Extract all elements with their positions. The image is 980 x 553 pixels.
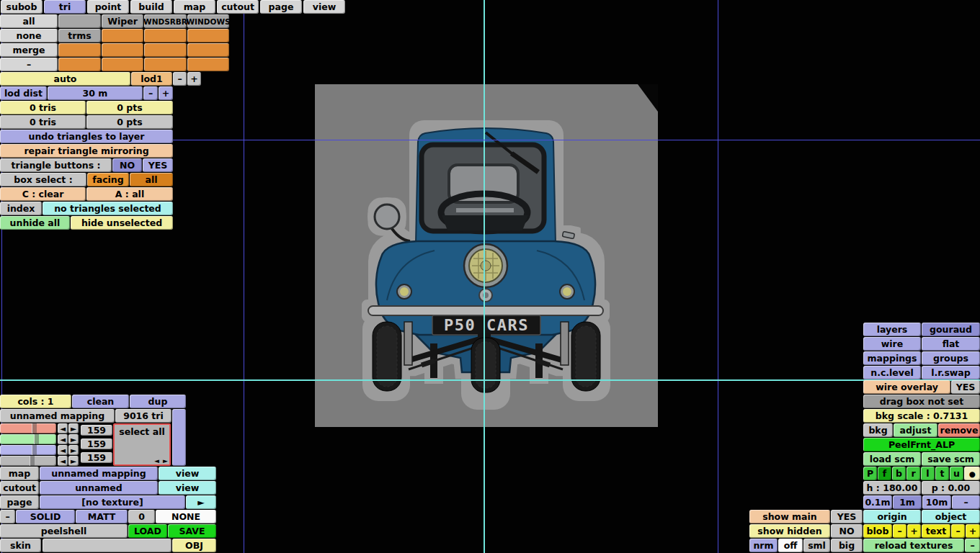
show-hidden-toggle[interactable]: show hidden (749, 524, 830, 538)
blob-minus-button[interactable]: – (893, 524, 906, 538)
subob-cell[interactable] (144, 58, 187, 71)
hide-unselected-button[interactable]: hide unselected (71, 216, 173, 230)
slider-handle[interactable] (30, 456, 35, 466)
green-increment-button[interactable]: ► (68, 434, 79, 444)
wire-overlay-value[interactable]: YES (951, 380, 980, 394)
subob-trms-button[interactable]: trms (58, 29, 101, 42)
view-key-p-button[interactable]: P (863, 467, 877, 480)
cutout-value[interactable]: unnamed (40, 481, 158, 495)
gray-decrement-button[interactable]: ◄ (58, 456, 68, 466)
load-button[interactable]: LOAD (128, 524, 167, 538)
object-button[interactable]: object (922, 510, 980, 523)
triangle-buttons-yes[interactable]: YES (143, 158, 173, 172)
green-decrement-button[interactable]: ◄ (58, 434, 68, 444)
map-label[interactable]: map (0, 467, 39, 480)
save-scm-button[interactable]: save scm (922, 452, 980, 466)
dup-button[interactable]: dup (130, 395, 186, 408)
step-10m-button[interactable]: 10m (922, 495, 951, 509)
subob-col-wndsrbr[interactable]: WNDSRBR (144, 14, 187, 28)
wire-overlay-toggle[interactable]: wire overlay (863, 380, 950, 394)
lod-auto-button[interactable]: auto (0, 72, 130, 86)
view-key-b-button[interactable]: b (892, 467, 906, 480)
menu-item-point[interactable]: point (87, 0, 129, 14)
index-button[interactable]: index (0, 202, 42, 215)
map-value[interactable]: unnamed mapping (40, 467, 158, 480)
step-0-1m-button[interactable]: 0.1m (863, 495, 892, 509)
subob-cell[interactable] (187, 58, 229, 71)
lod-level-button[interactable]: lod1 (131, 72, 172, 86)
subob-col-windows[interactable]: WINDOWS (187, 14, 229, 28)
lod-dist-value[interactable]: 30 m (48, 86, 143, 100)
material-index[interactable]: 0 (128, 510, 155, 523)
step-minus-button[interactable]: – (952, 495, 980, 509)
select-all-prev-button[interactable]: ◄ (153, 457, 161, 464)
subob-cell[interactable] (58, 58, 101, 71)
text-button[interactable]: text (922, 524, 950, 538)
viewport[interactable]: P50 CARS (315, 84, 658, 427)
show-main-toggle[interactable]: show main (749, 510, 830, 523)
red-decrement-button[interactable]: ◄ (58, 423, 68, 433)
menu-item-map[interactable]: map (174, 0, 215, 14)
material-minus-button[interactable]: – (0, 510, 15, 523)
menu-item-subob[interactable]: subob (1, 0, 43, 14)
view-key-r-button[interactable]: r (906, 467, 920, 480)
undo-triangles-button[interactable]: undo triangles to layer (0, 130, 173, 143)
menu-item-page[interactable]: page (260, 0, 302, 14)
cols-button[interactable]: cols : 1 (0, 395, 71, 408)
box-select-all[interactable]: all (130, 173, 173, 186)
subob-blank-cell[interactable] (58, 14, 101, 28)
subob-cell[interactable] (144, 29, 187, 42)
mapping-name[interactable]: unnamed mapping (0, 409, 115, 423)
subob-cell[interactable] (102, 29, 143, 42)
reload-textures-button[interactable]: reload textures (863, 539, 964, 552)
view-key-t-button[interactable]: t (935, 467, 949, 480)
menu-item-tri-active[interactable]: tri (44, 0, 86, 14)
mappings-button[interactable]: mappings (863, 351, 921, 365)
mapping-scroll-strip[interactable] (172, 409, 186, 466)
view-key-dot-button[interactable]: ● (964, 467, 980, 480)
save-button[interactable]: SAVE (168, 524, 216, 538)
subob-cell[interactable] (102, 58, 143, 71)
gray-increment-button[interactable]: ► (68, 456, 79, 466)
subob-merge-button[interactable]: merge (0, 43, 58, 57)
subob-cell[interactable] (187, 29, 229, 42)
lod-plus-button[interactable]: + (187, 72, 201, 86)
red-channel-slider[interactable] (0, 423, 56, 433)
blue-value[interactable]: 159 (81, 452, 112, 463)
menu-item-build[interactable]: build (130, 0, 172, 14)
slider-handle[interactable] (32, 445, 37, 455)
wire-button[interactable]: wire (863, 337, 921, 351)
view-key-l-button[interactable]: l (921, 467, 935, 480)
lod-dist-plus-button[interactable]: + (159, 86, 173, 100)
skin-button[interactable]: skin (0, 539, 41, 552)
show-main-value[interactable]: YES (831, 510, 863, 523)
view-key-u-button[interactable]: u (950, 467, 963, 480)
material-none[interactable]: NONE (156, 510, 216, 523)
shell-name-field[interactable]: peelshell (0, 524, 128, 538)
blue-decrement-button[interactable]: ◄ (58, 445, 68, 455)
page-next-button[interactable]: ► (186, 495, 216, 509)
matt-button[interactable]: MATT (76, 510, 128, 523)
gouraud-button[interactable]: gouraud (922, 323, 980, 336)
nrm-off-button[interactable]: off (778, 539, 803, 552)
skin-name-field[interactable] (43, 539, 172, 552)
reload-minus-button[interactable]: – (965, 539, 980, 552)
triangle-buttons-no[interactable]: NO (112, 158, 142, 172)
red-increment-button[interactable]: ► (68, 423, 79, 433)
box-select-facing[interactable]: facing (87, 173, 129, 186)
text-minus-button[interactable]: – (951, 524, 965, 538)
nrm-button[interactable]: nrm (749, 539, 778, 552)
show-hidden-value[interactable]: NO (831, 524, 863, 538)
cutout-label[interactable]: cutout (0, 481, 39, 495)
lr-swap-button[interactable]: l.r.swap (922, 366, 980, 379)
bkg-adjust-button[interactable]: adjust (894, 423, 937, 437)
blue-increment-button[interactable]: ► (68, 445, 79, 455)
lod-minus-button[interactable]: – (173, 72, 187, 86)
clear-selection-button[interactable]: C : clear (0, 187, 86, 201)
text-plus-button[interactable]: + (966, 524, 980, 538)
gray-channel-slider[interactable] (0, 456, 56, 466)
bkg-remove-button[interactable]: remove (938, 423, 980, 437)
bkg-button[interactable]: bkg (863, 423, 893, 437)
background-texture-name[interactable]: PeelFrnt_ALP (863, 438, 980, 451)
select-all-hotkey-button[interactable]: A : all (86, 187, 173, 201)
